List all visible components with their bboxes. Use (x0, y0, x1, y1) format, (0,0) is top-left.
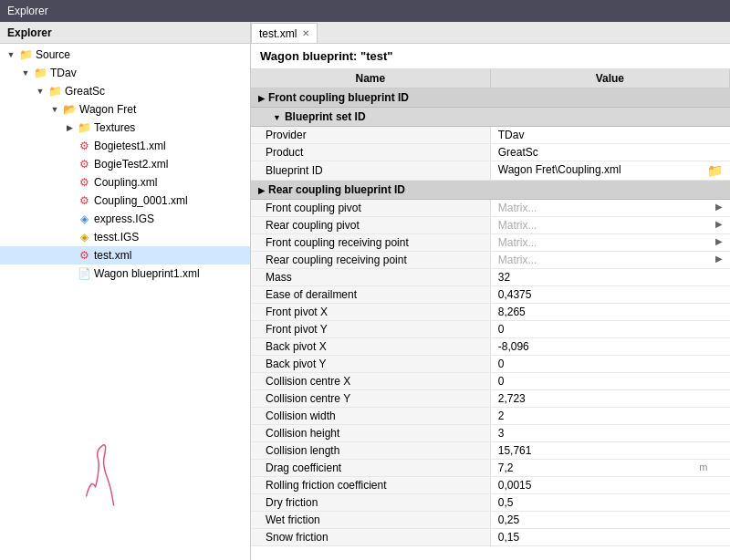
unit-badge: m (699, 461, 707, 472)
tree-label-bogietest2: BogieTest2.xml (94, 158, 168, 171)
table-row[interactable]: Drag coefficient7,2m (251, 460, 730, 477)
matrix-arrow-button[interactable]: ▶ (715, 219, 723, 229)
prop-value-cell[interactable]: Matrix...▶ (490, 217, 729, 234)
explorer-header: Explorer (0, 22, 250, 44)
prop-value-cell[interactable]: GreatSc (490, 144, 729, 161)
table-row[interactable]: Collision centre X0 (251, 373, 730, 390)
table-row[interactable]: ProviderTDav (251, 127, 730, 144)
table-row[interactable]: Back pivot Y0 (251, 356, 730, 373)
table-row[interactable]: Dry friction0,5 (251, 494, 730, 512)
tree-label-greatsc: GreatSc (65, 85, 105, 98)
xml-icon-coupling: ⚙ (77, 175, 91, 190)
prop-value-cell[interactable]: 3 (490, 425, 729, 442)
tree-item-greatsc[interactable]: ▼ 📁 GreatSc (0, 82, 250, 100)
prop-value-cell[interactable]: Matrix...▶ (490, 252, 729, 269)
tree-item-bogietest2[interactable]: ⚙ BogieTest2.xml (0, 155, 250, 173)
table-row[interactable]: Collision centre Y2,723 (251, 390, 730, 408)
properties-area[interactable]: Name Value ▶Front coupling blueprint ID▼… (251, 69, 730, 560)
prop-name-cell: Mass (251, 269, 490, 286)
tree-item-bogietest1[interactable]: ⚙ Bogietest1.xml (0, 137, 250, 155)
prop-name-cell: Collision centre Y (251, 390, 490, 408)
doc-icon-wagonblue: 📄 (77, 266, 91, 281)
right-panel: test.xml ✕ Wagon blueprint: "test" Name … (251, 22, 730, 560)
title-bar-label: Explorer (7, 5, 48, 17)
table-row[interactable]: Snow friction0,15 (251, 529, 730, 546)
table-row[interactable]: Collision length15,761 (251, 442, 730, 460)
section-row: ▶Rear coupling blueprint ID (251, 181, 730, 200)
tree-arrow-greatsc[interactable]: ▼ (33, 84, 47, 99)
prop-value-cell[interactable]: 15,761 (490, 442, 729, 460)
prop-name-cell: Wet friction (251, 512, 490, 529)
table-row[interactable]: Collision height3 (251, 425, 730, 442)
prop-name-cell: Collision centre X (251, 373, 490, 390)
matrix-arrow-button[interactable]: ▶ (715, 202, 723, 212)
xml-icon-coupling0001: ⚙ (77, 193, 91, 208)
tree-item-tesstigs[interactable]: ◈ tesst.IGS (0, 228, 250, 246)
prop-name-cell: Snow friction (251, 529, 490, 546)
prop-value-cell[interactable]: -8,096 (490, 338, 729, 356)
prop-value-cell[interactable]: 0,5 (490, 494, 729, 512)
prop-name-cell: Product (251, 144, 490, 161)
tree-label-coupling: Coupling.xml (94, 176, 157, 189)
table-row[interactable]: Mass32 (251, 269, 730, 286)
prop-value-cell[interactable]: 8,265 (490, 304, 729, 321)
folder-browse-button[interactable]: 📁 (707, 163, 723, 178)
tree-item-coupling[interactable]: ⚙ Coupling.xml (0, 173, 250, 192)
prop-value-cell[interactable]: 0 (490, 356, 729, 373)
matrix-arrow-button[interactable]: ▶ (715, 236, 723, 246)
prop-value-cell[interactable]: 7,2m (490, 460, 729, 477)
blueprint-header: Wagon blueprint: "test" (251, 44, 730, 69)
table-row[interactable]: Front pivot Y0 (251, 321, 730, 338)
prop-value-cell[interactable]: TDav (490, 127, 729, 144)
prop-value-cell[interactable]: 0,15 (490, 529, 729, 546)
tab-testxml[interactable]: test.xml ✕ (251, 23, 318, 43)
tree-label-tesstigs: tesst.IGS (94, 231, 139, 244)
table-row[interactable]: Back pivot X-8,096 (251, 338, 730, 356)
tree-arrow-source[interactable]: ▼ (4, 47, 18, 62)
tree-label-textures: Textures (94, 121, 135, 134)
table-row[interactable]: Rear coupling receiving pointMatrix...▶ (251, 252, 730, 269)
matrix-arrow-button[interactable]: ▶ (715, 254, 723, 264)
tree-label-wagonfret: Wagon Fret (79, 103, 136, 116)
tab-close-button[interactable]: ✕ (302, 28, 309, 38)
folder-icon-source: 📁 (18, 47, 33, 62)
table-row[interactable]: Front coupling pivotMatrix...▶ (251, 200, 730, 217)
table-row[interactable]: Collision width2 (251, 408, 730, 425)
tree-item-tdav[interactable]: ▼ 📁 TDav (0, 64, 250, 82)
tree-item-source[interactable]: ▼ 📁 Source (0, 46, 250, 64)
table-row[interactable]: Rear coupling pivotMatrix...▶ (251, 217, 730, 234)
prop-name-cell: Front coupling pivot (251, 200, 490, 217)
prop-value-cell[interactable]: 0,0015 (490, 477, 729, 494)
table-row[interactable]: Rolling friction coefficient0,0015 (251, 477, 730, 494)
explorer-tree[interactable]: ▼ 📁 Source ▼ 📁 TDav ▼ 📁 GreatSc (0, 44, 250, 378)
prop-value-cell[interactable]: 2 (490, 408, 729, 425)
tree-item-expressigs[interactable]: ◈ express.IGS (0, 210, 250, 228)
prop-name-cell: Provider (251, 127, 490, 144)
prop-name-cell: Rolling friction coefficient (251, 477, 490, 494)
prop-value-cell[interactable]: 2,723 (490, 390, 729, 408)
tree-item-textures[interactable]: ▶ 📁 Textures (0, 119, 250, 137)
prop-name-cell: Dry friction (251, 494, 490, 512)
table-row[interactable]: ProductGreatSc (251, 144, 730, 161)
prop-value-cell[interactable]: 0 (490, 321, 729, 338)
tree-arrow-textures[interactable]: ▶ (62, 120, 77, 135)
table-row[interactable]: Ease of derailment0,4375 (251, 286, 730, 304)
tree-arrow-tdav[interactable]: ▼ (18, 66, 33, 80)
prop-value-cell[interactable]: Matrix...▶ (490, 234, 729, 252)
prop-value-cell[interactable]: 0 (490, 373, 729, 390)
table-row[interactable]: Blueprint IDWagon Fret\Coupling.xml📁 (251, 161, 730, 181)
prop-value-cell[interactable]: Matrix...▶ (490, 200, 729, 217)
tree-item-wagonblue[interactable]: 📄 Wagon blueprint1.xml (0, 264, 250, 283)
prop-value-cell[interactable]: 0,4375 (490, 286, 729, 304)
prop-name-cell: Front pivot Y (251, 321, 490, 338)
tree-item-wagonfret[interactable]: ▼ 📂 Wagon Fret (0, 100, 250, 119)
prop-value-cell[interactable]: Wagon Fret\Coupling.xml📁 (490, 161, 729, 181)
prop-value-cell[interactable]: 32 (490, 269, 729, 286)
prop-value-cell[interactable]: 0,25 (490, 512, 729, 529)
tree-item-testxml[interactable]: ⚙ test.xml (0, 246, 250, 264)
tree-item-coupling0001[interactable]: ⚙ Coupling_0001.xml (0, 192, 250, 210)
table-row[interactable]: Wet friction0,25 (251, 512, 730, 529)
tree-arrow-wagonfret[interactable]: ▼ (47, 102, 62, 117)
table-row[interactable]: Front pivot X8,265 (251, 304, 730, 321)
table-row[interactable]: Front coupling receiving pointMatrix...▶ (251, 234, 730, 252)
